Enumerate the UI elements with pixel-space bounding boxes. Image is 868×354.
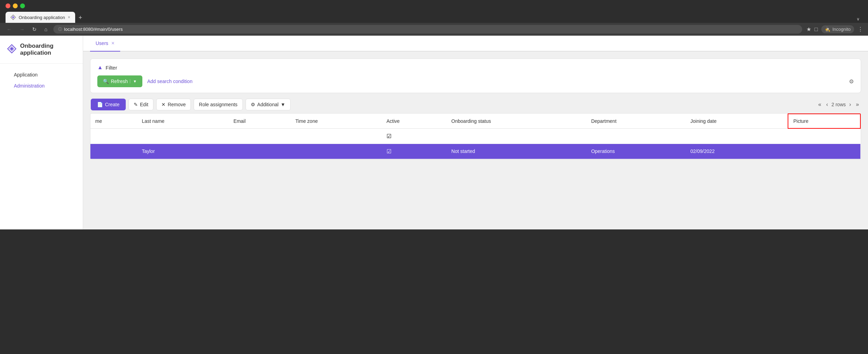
col-active: Active xyxy=(382,114,446,128)
col-department: Department xyxy=(586,114,686,128)
edit-label: Edit xyxy=(140,102,148,107)
header-row: me Last name Email Time zone Active Onbo… xyxy=(90,114,860,128)
sidebar-section: Application Administration xyxy=(0,64,83,94)
sidebar-logo: Onboarding application xyxy=(0,43,83,64)
next-page-button[interactable]: › xyxy=(848,101,852,108)
cell-email xyxy=(229,144,291,159)
cell-last-name: Taylor xyxy=(137,144,229,159)
pagination: « ‹ 2 rows › » xyxy=(817,101,860,108)
table-header: me Last name Email Time zone Active Onbo… xyxy=(90,114,860,128)
rows-count: 2 rows xyxy=(832,102,846,107)
col-onboarding-status: Onboarding status xyxy=(446,114,586,128)
cell-active: ☑ xyxy=(382,144,446,159)
incognito-badge[interactable]: 🕵 Incognito xyxy=(821,25,854,33)
col-last-name: Last name xyxy=(137,114,229,128)
content-area: ▲ Filter 🔍 Refresh ▼ Add search conditio… xyxy=(83,52,868,166)
tab-users[interactable]: Users ✕ xyxy=(90,36,120,52)
edit-icon: ✎ xyxy=(134,102,138,107)
tab-favicon xyxy=(10,15,16,20)
address-bar: ← → ↻ ⌂ ⓘ localhost:8080/#main/0/users ★… xyxy=(0,23,868,36)
last-page-button[interactable]: » xyxy=(854,101,860,108)
close-traffic-light[interactable] xyxy=(6,3,10,8)
back-button[interactable]: ← xyxy=(5,26,14,33)
url-text: localhost:8080/#main/0/users xyxy=(64,27,123,32)
create-button[interactable]: 📄 Create xyxy=(91,99,126,110)
sidebar-item-label: Application xyxy=(14,72,38,78)
create-label: Create xyxy=(105,102,119,107)
reload-button[interactable]: ↻ xyxy=(30,26,38,33)
table-row[interactable]: ☑ xyxy=(90,128,860,144)
browser-tab-active[interactable]: Onboarding application × xyxy=(6,12,75,23)
additional-button[interactable]: ⚙ Additional ▼ xyxy=(246,99,291,110)
create-doc-icon: 📄 xyxy=(97,102,103,107)
tab-bar: Onboarding application × + ∨ xyxy=(6,12,862,23)
address-field[interactable]: ⓘ localhost:8080/#main/0/users xyxy=(53,25,802,34)
main-content: Users ✕ ▲ Filter 🔍 Refresh ▼ xyxy=(83,36,868,229)
cell-active: ☑ xyxy=(382,128,446,144)
active-checkbox-icon: ☑ xyxy=(387,148,391,154)
sidebar: Onboarding application Application Admin… xyxy=(0,36,83,229)
col-time-zone: Time zone xyxy=(291,114,382,128)
additional-dropdown-icon: ▼ xyxy=(281,102,285,107)
cell-name xyxy=(90,128,137,144)
sidebar-item-administration[interactable]: Administration xyxy=(7,80,76,91)
cell-onboarding-status xyxy=(446,128,586,144)
maximize-traffic-light[interactable] xyxy=(20,3,25,8)
browser-chrome: Onboarding application × + ∨ xyxy=(0,0,868,23)
active-checkbox-icon: ☑ xyxy=(387,133,391,139)
lock-icon: ⓘ xyxy=(58,27,62,32)
first-page-button[interactable]: « xyxy=(817,101,823,108)
cell-time-zone xyxy=(291,128,382,144)
col-name: me xyxy=(90,114,137,128)
forward-button[interactable]: → xyxy=(18,26,26,33)
tab-close-button[interactable]: × xyxy=(68,15,70,20)
cell-joining-date: 02/09/2022 xyxy=(685,144,788,159)
menu-icon[interactable]: ⋮ xyxy=(858,26,863,33)
sidebar-item-application[interactable]: Application xyxy=(7,69,76,80)
filter-chevron-icon[interactable]: ▲ xyxy=(97,64,103,71)
edit-button[interactable]: ✎ Edit xyxy=(129,99,153,110)
app-title: Onboarding application xyxy=(20,43,76,56)
search-icon: 🔍 xyxy=(103,79,109,84)
filter-title: Filter xyxy=(106,65,117,71)
prev-page-button[interactable]: ‹ xyxy=(825,101,829,108)
remove-button[interactable]: ✕ Remove xyxy=(156,99,191,110)
cell-email xyxy=(229,128,291,144)
traffic-lights xyxy=(6,3,862,8)
table-toolbar: 📄 Create ✎ Edit ✕ Remove Role assignment… xyxy=(90,99,861,110)
col-email: Email xyxy=(229,114,291,128)
add-condition-label: Add search condition xyxy=(147,79,193,84)
bookmark-icon[interactable]: ★ xyxy=(806,26,811,33)
table-row[interactable]: Taylor ☑ Not started Operations 02/09/20… xyxy=(90,144,860,159)
users-table: me Last name Email Time zone Active Onbo… xyxy=(90,114,861,159)
browser-toolbar-right: ★ □ 🕵 Incognito ⋮ xyxy=(806,25,863,33)
page-tabs: Users ✕ xyxy=(83,36,868,52)
cell-department xyxy=(586,128,686,144)
role-assignments-label: Role assignments xyxy=(199,102,237,107)
role-assignments-button[interactable]: Role assignments xyxy=(194,99,242,110)
data-table: me Last name Email Time zone Active Onbo… xyxy=(90,113,861,160)
col-joining-date: Joining date xyxy=(685,114,788,128)
additional-label: Additional xyxy=(257,102,279,107)
filter-box: ▲ Filter 🔍 Refresh ▼ Add search conditio… xyxy=(90,58,861,93)
new-tab-button[interactable]: + xyxy=(75,13,86,23)
incognito-icon: 🕵 xyxy=(825,27,830,32)
tab-dropdown-button[interactable]: ∨ xyxy=(854,15,862,23)
table-body: ☑ Taylor xyxy=(90,128,860,159)
minimize-traffic-light[interactable] xyxy=(13,3,18,8)
home-button[interactable]: ⌂ xyxy=(43,26,49,33)
cell-onboarding-status: Not started xyxy=(446,144,586,159)
table-scroll[interactable]: me Last name Email Time zone Active Onbo… xyxy=(90,114,861,159)
tab-title: Onboarding application xyxy=(19,15,65,20)
refresh-button[interactable]: 🔍 Refresh ▼ xyxy=(97,75,142,87)
col-picture: Picture xyxy=(788,114,860,128)
cell-joining-date xyxy=(685,128,788,144)
app-logo-icon xyxy=(7,44,17,55)
add-condition-link[interactable]: Add search condition xyxy=(147,79,193,84)
tab-users-close[interactable]: ✕ xyxy=(111,41,115,46)
cell-last-name xyxy=(137,128,229,144)
filter-settings-icon[interactable]: ⚙ xyxy=(849,78,854,85)
refresh-dropdown-arrow[interactable]: ▼ xyxy=(130,79,137,83)
split-view-icon[interactable]: □ xyxy=(815,26,818,33)
app-container: Onboarding application Application Admin… xyxy=(0,36,868,229)
